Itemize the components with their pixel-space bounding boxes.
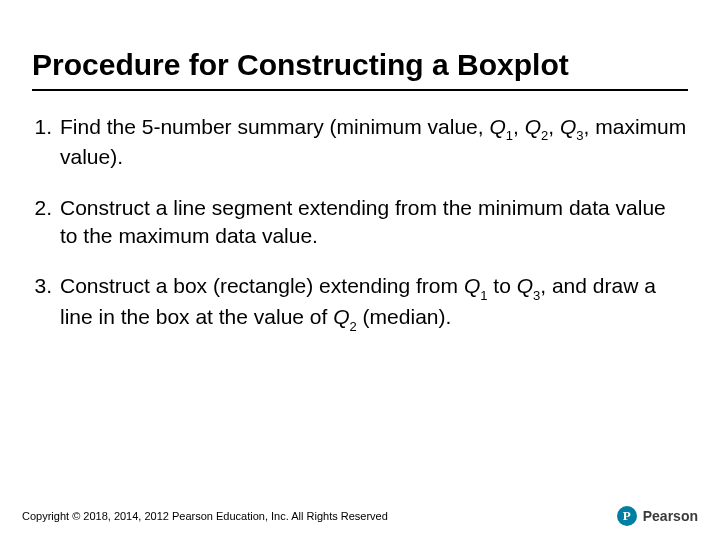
list-text: Find the 5-number summary (minimum value… <box>60 113 688 172</box>
list-item: 2. Construct a line segment extending fr… <box>32 194 688 251</box>
slide-title: Procedure for Constructing a Boxplot <box>32 48 688 83</box>
title-underline <box>32 89 688 91</box>
list-number: 2. <box>32 194 60 251</box>
copyright-text: Copyright © 2018, 2014, 2012 Pearson Edu… <box>22 510 388 522</box>
list-number: 3. <box>32 272 60 334</box>
slide: Procedure for Constructing a Boxplot 1. … <box>0 0 720 540</box>
list-text: Construct a box (rectangle) extending fr… <box>60 272 688 334</box>
list-number: 1. <box>32 113 60 172</box>
list-item: 3. Construct a box (rectangle) extending… <box>32 272 688 334</box>
brand: P Pearson <box>617 506 698 526</box>
list-text: Construct a line segment extending from … <box>60 194 688 251</box>
list-item: 1. Find the 5-number summary (minimum va… <box>32 113 688 172</box>
pearson-logo-icon: P <box>617 506 637 526</box>
footer: Copyright © 2018, 2014, 2012 Pearson Edu… <box>0 506 720 526</box>
brand-name: Pearson <box>643 508 698 524</box>
